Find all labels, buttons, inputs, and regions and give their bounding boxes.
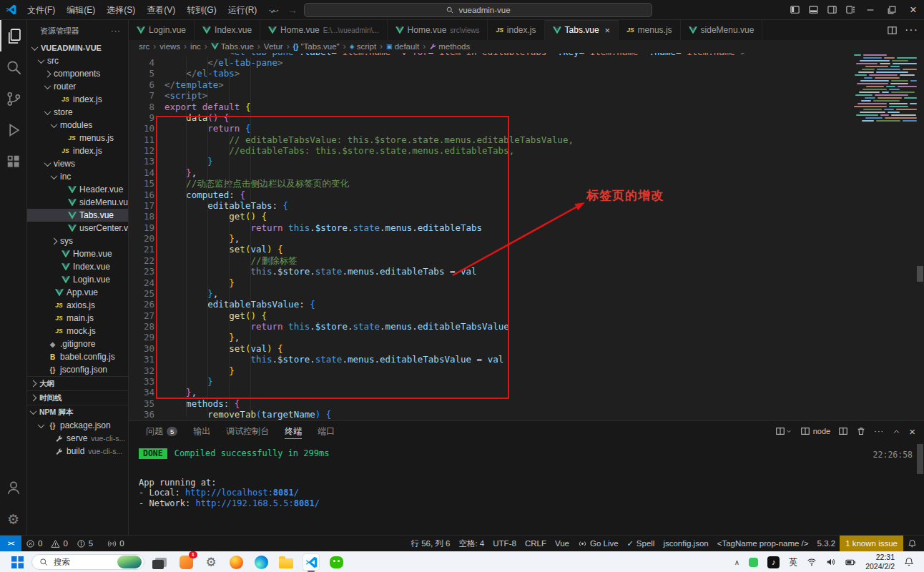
breadcrumb[interactable]: src›views›inc›Tabs.vue›Vetur›{}"Tabs.vue… [129,40,924,53]
tree-item-jsconfig.json[interactable]: {}jsconfig.json [27,363,128,376]
forward-icon[interactable]: → [287,4,298,16]
activity-search-icon[interactable] [0,51,27,83]
editor-tab-Home.vue[interactable]: Home.vuesrc\views [388,20,488,40]
split-terminal-icon[interactable] [838,426,848,436]
tree-item-babel.config.js[interactable]: Bbabel.config.js [27,350,128,363]
status-item-Spell[interactable]: ✓Spell [623,536,659,551]
menu-item[interactable]: 编辑(E) [61,5,101,15]
tree-item-router[interactable]: router [27,80,128,93]
tree-item-src[interactable]: src [27,54,128,67]
tray-ime-indicator[interactable]: 英 [789,556,797,568]
tree-item-Tabs.vue[interactable]: Tabs.vue [27,209,128,222]
taskbar-wechat-icon[interactable] [328,553,345,571]
tree-item-Home.vue[interactable]: Home.vue [27,247,128,260]
tree-item-Login.vue[interactable]: Login.vue [27,273,128,286]
activity-settings-gear-icon[interactable]: ⚙ [0,503,27,535]
tree-item-userCenter.vue[interactable]: userCenter.vue [27,222,128,235]
tray-battery-icon[interactable] [845,557,856,568]
tray-volume-icon[interactable] [826,557,836,567]
taskbar-search[interactable]: 搜索 [31,554,144,570]
panel-tab-调试控制台[interactable]: 调试控制台 [219,421,276,441]
menu-item[interactable]: 文件(F) [21,5,61,15]
tree-item-store[interactable]: store [27,106,128,119]
code-line-6[interactable]: 6</template> [129,79,924,90]
code-line-8[interactable]: 8export default { [129,102,924,112]
tree-item-.gitignore[interactable]: ◆.gitignore [27,337,128,350]
status-item-GoLive[interactable]: Go Live [574,536,623,551]
taskbar-clock[interactable]: 22:31 2024/2/2 [865,553,895,571]
tree-item-menus.js[interactable]: JSmenus.js [27,132,128,144]
code-line-4[interactable]: 4 </el-tab-pane> [129,57,924,68]
activity-files-icon[interactable] [0,20,27,51]
breadcrumb-item-inc[interactable]: inc [190,42,201,51]
status-info[interactable]: 5 [72,536,97,551]
close-button[interactable]: × [903,0,924,20]
tree-item-views[interactable]: views [27,157,128,170]
activity-account-icon[interactable] [0,472,27,503]
breadcrumb-item-Tabs.vue[interactable]: {}"Tabs.vue" [293,42,340,51]
maximize-button[interactable] [881,0,903,20]
editor-tab-Index.vue[interactable]: Index.vue [195,20,260,40]
panel-tab-终端[interactable]: 终端 [277,421,309,441]
minimap[interactable] [854,54,917,133]
more-icon[interactable]: ··· [874,427,884,435]
code-line-35[interactable]: 35 methods: { [129,398,924,409]
activity-run-debug-icon[interactable] [0,114,27,146]
terminal[interactable]: DONE Compiled successfully in 299ms App … [129,441,924,508]
editor-tab-sideMenu.vue[interactable]: sideMenu.vue [681,20,763,40]
back-icon[interactable]: ← [269,4,279,16]
code-line-7[interactable]: 7<script> [129,90,924,101]
status-item-TagNamepropname[interactable]: <TagName prop-name /> [713,536,813,551]
status-broadcast[interactable]: 0 [103,536,128,551]
taskbar-gear-grey-icon[interactable]: ⚙ [202,553,220,571]
code-line-36[interactable]: 36 removeTab(targetName) { [129,409,924,420]
tree-item-NPM 脚本[interactable]: NPM 脚本 [27,405,128,419]
tree-item-serve[interactable]: servevue-cli-s... [27,432,128,445]
code-editor[interactable]: <el-tab-pane :label="item.name" v-for="i… [129,53,924,420]
status-item-Vue[interactable]: Vue [551,536,574,551]
taskbar-edge-icon[interactable] [252,553,270,571]
tree-item-VUEADMIN-VUE[interactable]: VUEADMIN-VUE [27,41,128,54]
editor-tab-Home.vue[interactable]: Home.vueE:\...\vueadmin\... [260,20,388,40]
tree-item-大纲[interactable]: 大纲 [27,376,128,390]
layout-sidebar-icon[interactable] [785,0,804,20]
tray-tiktok-icon[interactable]: ♪ [767,556,780,568]
tree-item-index.js[interactable]: JSindex.js [27,144,128,157]
taskbar-taskview-icon[interactable] [152,553,169,571]
tree-item-axios.js[interactable]: JSaxios.js [27,299,128,312]
panel-scrollbar[interactable] [917,444,923,474]
breadcrumb-item-Tabs.vue[interactable]: Tabs.vue [211,42,254,51]
panel-close-icon[interactable]: × [909,425,915,438]
taskbar-vscode-icon[interactable] [303,553,320,571]
search-highlight-image[interactable] [117,556,142,568]
activity-source-control-icon[interactable] [0,83,27,114]
breadcrumb-item-default[interactable]: ▣default [386,42,419,51]
editor-tab-menus.js[interactable]: JSmenus.js [619,20,680,40]
start-button[interactable] [11,556,24,568]
breadcrumb-item-src[interactable]: src [139,42,149,51]
layout-customize-icon[interactable] [841,0,860,20]
close-icon[interactable]: × [605,25,611,36]
tree-item-main.js[interactable]: JSmain.js [27,312,128,325]
editor-scrollbar[interactable] [917,266,923,282]
sidebar-more-button[interactable]: ··· [111,26,121,35]
trash-icon[interactable] [856,426,866,436]
menu-item[interactable]: 转到(G) [181,5,222,15]
command-center-search[interactable]: vueadmin-vue [304,3,652,17]
breadcrumb-item-script[interactable]: ◈script [350,42,376,51]
status-item-bellicon[interactable] [903,536,921,551]
code-line-5[interactable]: 5 </el-tabs> [129,68,924,79]
layout-panel-icon[interactable] [804,0,822,20]
taskbar-chat-orange-icon[interactable]: 1 [177,553,195,571]
menu-item[interactable]: 运行(R) [222,5,263,15]
breadcrumb-item-methods[interactable]: methods [429,42,470,51]
panel-tab-输出[interactable]: 输出 [186,421,217,441]
tray-wechat-tray-icon[interactable] [749,558,758,567]
menu-item[interactable]: 查看(V) [141,5,181,15]
chevron-up-icon[interactable] [892,427,901,436]
status-item-4[interactable]: 空格: 4 [454,536,488,551]
breadcrumb-item-Vetur[interactable]: Vetur [264,42,283,51]
tree-item-build[interactable]: buildvue-cli-s... [27,445,128,458]
split-editor-icon[interactable] [887,25,898,36]
tree-item-Header.vue[interactable]: Header.vue [27,183,128,196]
